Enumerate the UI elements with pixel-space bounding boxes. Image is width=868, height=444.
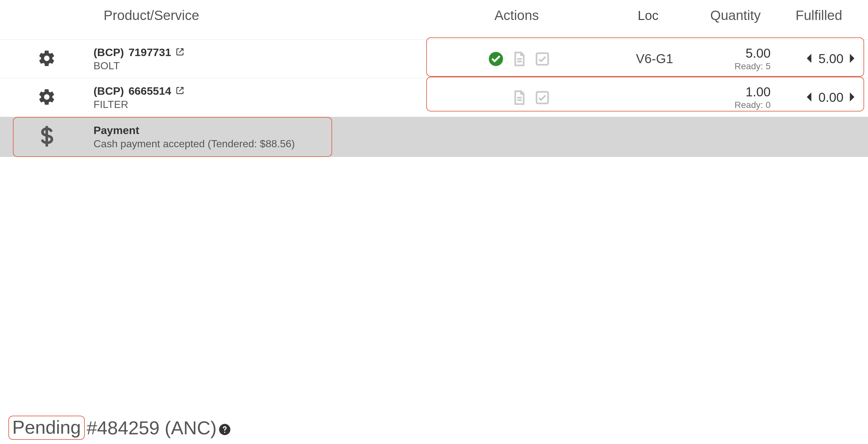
header-actions: Actions (495, 8, 539, 23)
quantity-value: 5.00 (745, 46, 771, 61)
increment-fulfilled-button[interactable] (849, 93, 855, 103)
fulfilled-check-icon[interactable] (488, 51, 504, 67)
external-link-icon[interactable] (176, 85, 184, 97)
quantity-ready: Ready: 0 (735, 100, 771, 110)
header-loc: Loc (638, 8, 659, 23)
quantity-value: 1.00 (745, 85, 771, 99)
dollar-icon (36, 126, 57, 148)
svg-marker-7 (850, 93, 855, 102)
vendor-code: (BCP) (94, 46, 124, 59)
payment-detail: Cash payment accepted (Tendered: $88.56) (94, 138, 409, 150)
svg-marker-6 (807, 93, 811, 102)
gear-icon[interactable] (37, 49, 56, 69)
header-product: Product/Service (103, 8, 199, 23)
increment-fulfilled-button[interactable] (849, 54, 855, 64)
checkbox-icon[interactable] (535, 90, 550, 105)
payment-row: Payment Cash payment accepted (Tendered:… (0, 117, 868, 157)
quantity-ready: Ready: 5 (735, 61, 771, 71)
line-items-header-row: Product/Service Actions Loc Quantity Ful… (0, 0, 868, 40)
document-icon[interactable] (512, 90, 527, 105)
header-fulfilled: Fulfilled (796, 8, 842, 23)
document-icon[interactable] (512, 51, 527, 67)
payment-title: Payment (94, 124, 409, 137)
external-link-icon[interactable] (176, 46, 184, 59)
vendor-code: (BCP) (94, 85, 124, 97)
decrement-fulfilled-button[interactable] (807, 93, 812, 103)
product-name: FILTER (94, 99, 409, 110)
header-quantity: Quantity (710, 8, 761, 23)
checkbox-icon[interactable] (535, 51, 550, 67)
line-item-row: (BCP) 6665514 FILTER (0, 78, 868, 117)
gear-icon[interactable] (37, 88, 56, 108)
sku-number: 6665514 (128, 85, 171, 97)
fulfilled-value: 0.00 (818, 90, 843, 105)
sku-number: 7197731 (128, 46, 171, 59)
product-name: BOLT (94, 60, 409, 72)
line-item-row: (BCP) 7197731 BOLT V6-G1 (0, 40, 868, 78)
svg-marker-2 (807, 54, 811, 63)
fulfilled-value: 5.00 (818, 52, 843, 66)
decrement-fulfilled-button[interactable] (807, 54, 812, 64)
svg-marker-3 (850, 54, 855, 63)
location-value: V6-G1 (636, 52, 673, 66)
